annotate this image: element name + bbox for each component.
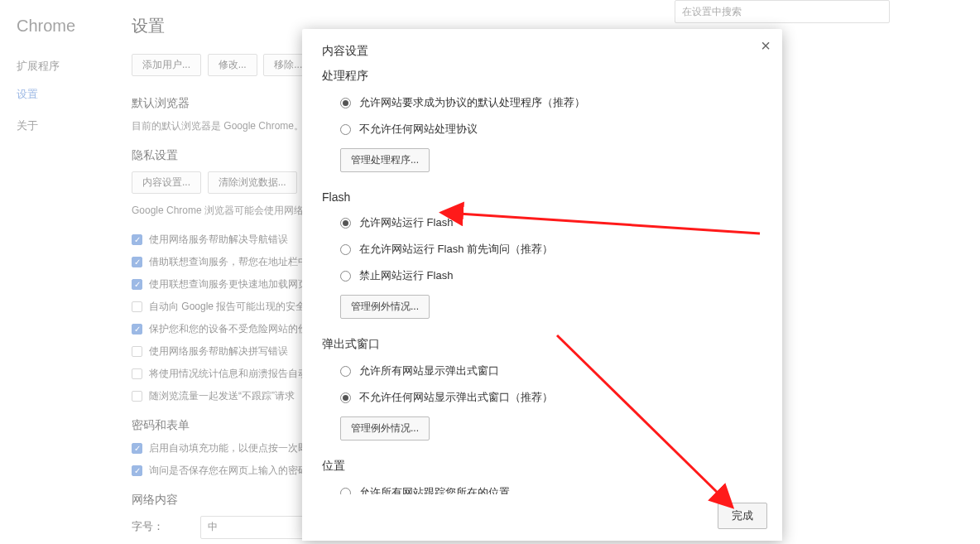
handlers-option-allow[interactable]: 允许网站要求成为协议的默认处理程序（推荐）	[322, 95, 762, 110]
manage-flash-exceptions-button[interactable]: 管理例外情况...	[340, 295, 430, 319]
radio-label: 允许网站要求成为协议的默认处理程序（推荐）	[359, 95, 585, 110]
flash-option-block[interactable]: 禁止网站运行 Flash	[322, 268, 762, 283]
manage-handlers-button[interactable]: 管理处理程序...	[340, 148, 430, 172]
location-title: 位置	[322, 459, 762, 474]
flash-option-ask[interactable]: 在允许网站运行 Flash 前先询问（推荐）	[322, 242, 762, 257]
radio-icon	[340, 98, 351, 108]
radio-label: 不允许任何网站显示弹出式窗口（推荐）	[359, 390, 553, 405]
radio-icon	[340, 218, 351, 229]
content-settings-dialog: × 内容设置 处理程序 允许网站要求成为协议的默认处理程序（推荐） 不允许任何网…	[302, 29, 782, 541]
radio-icon	[340, 244, 351, 255]
radio-icon	[340, 366, 351, 377]
dialog-footer: 完成	[302, 494, 782, 541]
handlers-option-deny[interactable]: 不允许任何网站处理协议	[322, 122, 762, 137]
radio-label: 禁止网站运行 Flash	[359, 268, 453, 283]
dialog-title: 内容设置	[302, 29, 782, 59]
flash-title: Flash	[322, 190, 762, 204]
radio-label: 在允许网站运行 Flash 前先询问（推荐）	[359, 242, 553, 257]
radio-icon	[340, 271, 351, 282]
section-location: 位置 允许所有网站跟踪您所在的位置 当网站要跟踪您所在的位置时询问您（推荐）	[322, 459, 762, 494]
radio-label: 不允许任何网站处理协议	[359, 122, 478, 137]
section-handlers: 处理程序 允许网站要求成为协议的默认处理程序（推荐） 不允许任何网站处理协议 管…	[322, 69, 762, 172]
flash-option-allow[interactable]: 允许网站运行 Flash	[322, 215, 762, 230]
popups-option-allow[interactable]: 允许所有网站显示弹出式窗口	[322, 363, 762, 378]
radio-icon	[340, 124, 351, 135]
close-icon[interactable]: ×	[761, 37, 771, 54]
radio-label: 允许所有网站跟踪您所在的位置	[359, 485, 510, 494]
handlers-title: 处理程序	[322, 69, 762, 84]
location-option-allow[interactable]: 允许所有网站跟踪您所在的位置	[322, 485, 762, 494]
section-popups: 弹出式窗口 允许所有网站显示弹出式窗口 不允许任何网站显示弹出式窗口（推荐） 管…	[322, 337, 762, 440]
manage-popups-exceptions-button[interactable]: 管理例外情况...	[340, 416, 430, 440]
section-flash: Flash 允许网站运行 Flash 在允许网站运行 Flash 前先询问（推荐…	[322, 190, 762, 319]
radio-icon	[340, 392, 351, 403]
done-button[interactable]: 完成	[718, 503, 767, 529]
popups-title: 弹出式窗口	[322, 337, 762, 352]
dialog-body[interactable]: 处理程序 允许网站要求成为协议的默认处理程序（推荐） 不允许任何网站处理协议 管…	[302, 59, 782, 494]
popups-option-block[interactable]: 不允许任何网站显示弹出式窗口（推荐）	[322, 390, 762, 405]
radio-icon	[340, 488, 351, 495]
radio-label: 允许网站运行 Flash	[359, 215, 453, 230]
radio-label: 允许所有网站显示弹出式窗口	[359, 363, 499, 378]
